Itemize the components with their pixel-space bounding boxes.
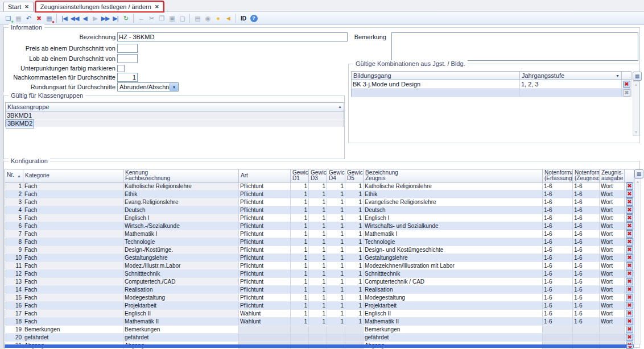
scroll-up-icon[interactable]: ▴ bbox=[633, 82, 639, 88]
rundungsart-select[interactable]: Abrunden/Abschneiden ▼ bbox=[117, 82, 179, 92]
scroll-down-icon[interactable]: ▾ bbox=[633, 130, 639, 135]
konfig-row[interactable]: 16FachProjektarbeitPflichtunt1111Projekt… bbox=[5, 302, 634, 310]
konfig-column-header[interactable]: Art bbox=[239, 169, 291, 182]
konfig-column-header[interactable]: Notenformat (Erfassung) bbox=[543, 169, 573, 182]
tab-zeugniseinstellungen-close-icon[interactable]: ✕ bbox=[155, 4, 159, 10]
fast-prev-icon[interactable]: ◀◀ bbox=[70, 14, 79, 23]
export-icon[interactable]: ◉ bbox=[203, 14, 212, 23]
fast-next-icon[interactable]: ▶▶ bbox=[101, 14, 110, 23]
konfig-column-header[interactable]: Kategorie bbox=[23, 169, 123, 182]
next-record-icon[interactable]: ▶ bbox=[90, 14, 100, 23]
konfig-row[interactable]: 1FachKatholische ReligionslehrePflichtun… bbox=[5, 182, 634, 190]
edit-record-icon[interactable]: ▦● bbox=[44, 14, 53, 23]
undo-icon[interactable]: ↶ bbox=[24, 14, 33, 23]
prev-record-icon[interactable]: ◀ bbox=[80, 14, 89, 23]
delete-row-button[interactable]: ✖ bbox=[626, 318, 633, 325]
tab-zeugniseinstellungen[interactable]: Zeugniseinstellungen festlegen / ändern … bbox=[36, 2, 164, 11]
lob-input[interactable] bbox=[117, 54, 138, 63]
delete-row-button[interactable]: ✖ bbox=[626, 214, 633, 222]
select-icon[interactable]: ▢ bbox=[177, 14, 187, 23]
klassengruppe-row[interactable]: 3BKMD2 bbox=[6, 119, 34, 128]
new-record-icon[interactable]: ❏+ bbox=[3, 14, 13, 23]
konfig-column-header[interactable]: Notenformat (Zeugnisdruck) bbox=[573, 169, 600, 182]
selected-empty-row[interactable]: ✖ bbox=[5, 344, 634, 348]
kombinationen-scrollbar[interactable]: ▴ ▾ bbox=[633, 81, 639, 136]
chevron-down-icon[interactable]: ▼ bbox=[170, 83, 178, 91]
delete-row-button[interactable]: ✖ bbox=[626, 254, 633, 261]
column-header-jahrgangsstufe[interactable]: ▼Jahrgangsstufe bbox=[520, 72, 622, 80]
bemerkung-textarea[interactable] bbox=[391, 32, 638, 61]
delete-row-button[interactable]: ✖ bbox=[626, 278, 633, 285]
cut-icon[interactable]: ✂ bbox=[147, 14, 156, 23]
back-arrow-icon[interactable]: ← bbox=[137, 14, 146, 23]
konfig-column-header[interactable]: ▲Nr. bbox=[5, 169, 23, 182]
delete-row-button[interactable]: ✖ bbox=[626, 326, 633, 333]
konfig-row[interactable]: 7FachMathematik IPflichtunt1111Mathemati… bbox=[5, 230, 634, 238]
filter-dropdown-icon[interactable]: ▼ bbox=[616, 74, 620, 78]
konfig-column-header[interactable]: Gewicht D4 bbox=[327, 169, 345, 182]
delete-row-button[interactable]: ✖ bbox=[626, 270, 633, 277]
delete-row-button[interactable]: ✖ bbox=[626, 302, 633, 309]
delete-row-button[interactable]: ✖ bbox=[626, 344, 634, 348]
unterpunktungen-checkbox[interactable] bbox=[117, 65, 125, 72]
bezeichnung-input[interactable] bbox=[117, 32, 348, 41]
delete-row-button[interactable]: ✖ bbox=[623, 81, 630, 88]
first-record-icon[interactable]: |◀ bbox=[60, 14, 69, 23]
delete-row-button[interactable]: ✖ bbox=[626, 294, 633, 301]
konfig-row[interactable]: 11FachModez./Illustr.m.LaborPflichtunt11… bbox=[5, 262, 634, 270]
konfig-row[interactable]: 17FachEnglisch IIWahlunt1111Englisch II1… bbox=[5, 310, 634, 318]
delete-icon[interactable]: ✖ bbox=[34, 14, 43, 23]
delete-row-button[interactable]: ✖ bbox=[626, 286, 633, 293]
delete-row-button[interactable]: ✖ bbox=[626, 190, 633, 198]
konfig-row[interactable]: 3FachEvang.ReligionslehrePflichtunt1111E… bbox=[5, 198, 634, 206]
konfig-row[interactable]: 10FachGestaltungslehrePflichtunt1111Gest… bbox=[5, 254, 634, 262]
konfig-row[interactable]: 2FachEthikPflichtunt1111Ethik1-61-6Wort✖ bbox=[5, 190, 634, 198]
konfig-column-header[interactable]: Gewicht D3 bbox=[309, 169, 327, 182]
konfig-row[interactable]: 20gefährdetgefährdetgefährdet✖ bbox=[5, 334, 634, 342]
tab-start-close-icon[interactable]: ✕ bbox=[24, 4, 29, 10]
delete-row-button[interactable]: ✖ bbox=[626, 238, 633, 246]
konfig-column-header[interactable]: Bezeichnung Zeugnis bbox=[364, 169, 543, 182]
delete-row-button[interactable]: ✖ bbox=[626, 262, 633, 269]
konfig-row[interactable]: 18FachMathematik IIWahlunt1111Mathematik… bbox=[5, 318, 634, 326]
delete-row-button[interactable]: ✖ bbox=[626, 230, 633, 238]
copy-icon[interactable]: ❐ bbox=[157, 14, 166, 23]
delete-row-button[interactable]: ✖ bbox=[626, 246, 633, 254]
delete-row-button[interactable]: ✖ bbox=[626, 334, 633, 341]
delete-row-button[interactable]: ✖ bbox=[623, 89, 630, 97]
konfig-column-header[interactable]: Kennung Fachbezeichnung bbox=[123, 169, 239, 182]
delete-row-button[interactable]: ✖ bbox=[626, 198, 633, 206]
konfig-row[interactable]: 5FachEnglisch IPflichtunt1111Englisch I1… bbox=[5, 214, 634, 222]
klassengruppe-row[interactable]: 3BKMD3 bbox=[6, 119, 344, 127]
delete-row-button[interactable]: ✖ bbox=[626, 182, 633, 190]
column-header-klassengruppe[interactable]: ▲Klassengruppe bbox=[6, 103, 344, 111]
delete-row-button[interactable]: ✖ bbox=[626, 310, 633, 317]
konfig-column-header[interactable]: Gewicht D1 bbox=[291, 169, 309, 182]
klassengruppe-row[interactable]: 3BKMD1 bbox=[6, 111, 344, 119]
kombination-row[interactable]: BK 3-j.Mode und Design1, 2, 3✖ bbox=[352, 80, 631, 89]
hint-icon[interactable]: ● bbox=[213, 14, 222, 23]
refresh-icon[interactable]: ↻ bbox=[121, 14, 130, 23]
konfig-row[interactable]: 4FachDeutschPflichtunt1111Deutsch1-61-6W… bbox=[5, 206, 634, 214]
nachkommastellen-input[interactable] bbox=[117, 73, 138, 82]
konfig-row[interactable]: 6FachWirtsch.-/SozialkundePflichtunt1111… bbox=[5, 222, 634, 230]
konfiguration-scrollbar[interactable]: ▴ bbox=[634, 178, 641, 344]
konfig-row[interactable]: 14FachRealisationPflichtunt1111Realisati… bbox=[5, 286, 634, 294]
preis-input[interactable] bbox=[117, 44, 138, 53]
konfig-column-header[interactable]: Zeugnis- ausgabe bbox=[600, 169, 625, 182]
column-chooser-button[interactable]: ▦ bbox=[634, 169, 643, 178]
konfig-row[interactable]: 8FachTechnologiePflichtunt1111Technologi… bbox=[5, 238, 634, 246]
last-record-icon[interactable]: ▶| bbox=[111, 14, 120, 23]
konfig-row[interactable]: 15FachModegestaltungPflichtunt1111Modege… bbox=[5, 294, 634, 302]
column-chooser-button[interactable]: ▦ bbox=[633, 72, 642, 81]
konfig-row[interactable]: 19BemerkungenBemerkungenBemerkungen✖ bbox=[5, 326, 634, 334]
delete-row-button[interactable]: ✖ bbox=[626, 222, 633, 230]
save-icon[interactable]: ▦ bbox=[14, 14, 23, 23]
konfig-row[interactable]: 12FachSchnitttechnikPflichtunt1111Schnit… bbox=[5, 270, 634, 278]
paste-icon[interactable]: ▣ bbox=[167, 14, 176, 23]
print-icon[interactable]: ▤ bbox=[193, 14, 202, 23]
delete-row-button[interactable]: ✖ bbox=[626, 206, 633, 214]
tab-start[interactable]: Start ✕ bbox=[3, 2, 34, 11]
help-icon[interactable]: ? bbox=[249, 14, 258, 23]
konfig-row[interactable]: 9FachDesign-/Kostümge.Pflichtunt1111Desi… bbox=[5, 246, 634, 254]
